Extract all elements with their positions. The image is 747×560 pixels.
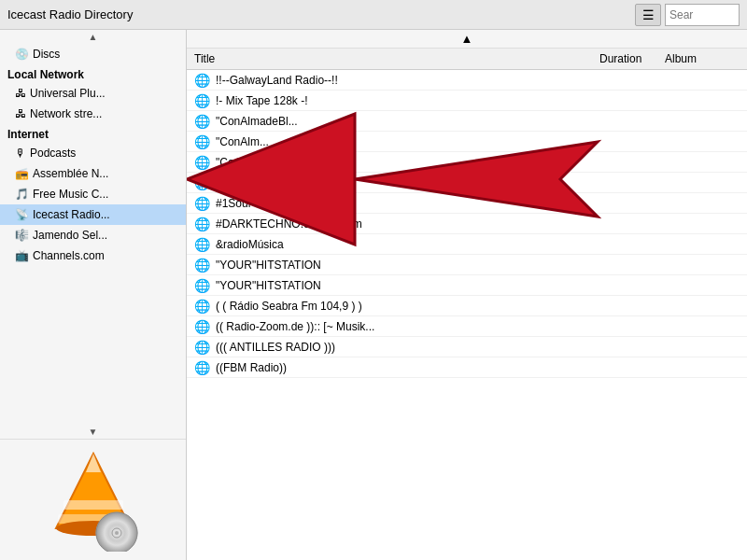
globe-icon: 🌐 — [194, 258, 210, 273]
list-item[interactable]: 🌐#1Soul... — [187, 173, 747, 193]
list-item[interactable]: 🌐((FBM Radio)) — [187, 357, 747, 378]
item-title: "Co... — [216, 156, 599, 169]
sidebar-item-icon: 🎼 — [15, 229, 29, 242]
globe-icon: 🌐 — [194, 360, 210, 375]
list-item[interactable]: 🌐!- Mix Tape 128k -! — [187, 91, 747, 111]
content-list: 🌐!!--GalwayLand Radio--!!🌐!- Mix Tape 12… — [187, 70, 747, 560]
sidebar-item-universal-plu[interactable]: 🖧Universal Plu... — [0, 83, 186, 104]
col-duration-header: Duration — [599, 52, 665, 65]
search-input[interactable] — [665, 4, 740, 26]
sidebar-item-jamendo-sel[interactable]: 🎼Jamendo Sel... — [0, 225, 186, 245]
item-title: "YOUR"HITSTATION — [216, 259, 599, 272]
sidebar-item-label: Universal Plu... — [30, 87, 106, 100]
globe-icon: 🌐 — [194, 114, 210, 129]
list-item[interactable]: 🌐(( Radio-Zoom.de )):: [~ Musik... — [187, 316, 747, 337]
item-title: "ConAlmadeBl... — [216, 115, 599, 128]
sidebar-item-label: Free Music C... — [33, 188, 108, 201]
item-title: (( Radio-Zoom.de )):: [~ Musik... — [216, 320, 599, 333]
sidebar-scroll-up[interactable]: ▲ — [0, 30, 186, 44]
sidebar-item-label: Assemblée N... — [33, 167, 108, 180]
vlc-logo-area — [0, 439, 186, 560]
vlc-logo — [37, 449, 149, 552]
item-title: !- Mix Tape 128k -! — [216, 94, 599, 107]
sidebar-item-discs[interactable]: 💿Discs — [0, 44, 186, 64]
item-title: "YOUR"HITSTATION — [216, 279, 599, 292]
sidebar-item-icon: 🖧 — [15, 107, 26, 120]
globe-icon: 🌐 — [194, 175, 210, 190]
sidebar-scroll: 💿DiscsLocal Network🖧Universal Plu...🖧Net… — [0, 44, 186, 425]
svg-point-8 — [115, 531, 119, 535]
menu-icon-button[interactable]: ☰ — [635, 4, 661, 26]
item-title: !!--GalwayLand Radio--!! — [216, 74, 599, 87]
sidebar-item-icon: 🎙 — [15, 147, 26, 160]
content-area: ▲ Title Duration Album 🌐!!--GalwayLand R… — [187, 30, 747, 560]
globe-icon: 🌐 — [194, 278, 210, 293]
globe-icon: 🌐 — [194, 93, 210, 108]
sidebar-section-local-network: Local Network — [0, 64, 186, 83]
list-item[interactable]: 🌐#1Soul — [187, 193, 747, 214]
sidebar-item-icon: 🖧 — [15, 87, 26, 100]
sidebar-item-label: Discs — [33, 48, 60, 61]
title-bar: Icecast Radio Directory ☰ — [0, 0, 747, 30]
globe-icon: 🌐 — [194, 134, 210, 149]
globe-icon: 🌐 — [194, 73, 210, 88]
globe-icon: 🌐 — [194, 155, 210, 170]
item-title: &radioMúsica — [216, 238, 599, 251]
sidebar-item-label: Channels.com — [33, 249, 105, 262]
sidebar-item-label: Jamendo Sel... — [33, 229, 107, 242]
main-container: ▲ 💿DiscsLocal Network🖧Universal Plu...🖧N… — [0, 30, 747, 560]
column-headers: Title Duration Album — [187, 49, 747, 70]
sidebar-item-icon: 💿 — [15, 48, 29, 61]
sidebar-item-podcasts[interactable]: 🎙Podcasts — [0, 143, 186, 163]
item-title: #1Soul — [216, 197, 599, 210]
item-title: ( ( Rádio Seabra Fm 104,9 ) ) — [216, 300, 599, 313]
svg-rect-2 — [63, 500, 123, 510]
list-item[interactable]: 🌐#DARKTECHNO.com stream — [187, 214, 747, 234]
sidebar-item-assemblée-n[interactable]: 📻Assemblée N... — [0, 163, 186, 184]
sidebar-item-channelscom[interactable]: 📺Channels.com — [0, 245, 186, 266]
sidebar-item-label: Icecast Radio... — [33, 208, 110, 221]
sidebar: ▲ 💿DiscsLocal Network🖧Universal Plu...🖧N… — [0, 30, 187, 560]
sidebar-item-network-stre[interactable]: 🖧Network stre... — [0, 104, 186, 124]
item-title: ((( ANTILLES RADIO ))) — [216, 341, 599, 354]
globe-icon: 🌐 — [194, 319, 210, 334]
sidebar-scroll-down[interactable]: ▼ — [0, 425, 186, 439]
item-title: #DARKTECHNO.com stream — [216, 217, 599, 231]
col-title-header: Title — [194, 52, 599, 65]
sidebar-item-icon: 📡 — [15, 208, 29, 221]
globe-icon: 🌐 — [194, 299, 210, 314]
sidebar-item-icon: 📻 — [15, 167, 29, 180]
sidebar-item-label: Podcasts — [30, 147, 76, 160]
title-bar-right: ☰ — [635, 4, 740, 26]
globe-icon: 🌐 — [194, 237, 210, 252]
list-item[interactable]: 🌐!!--GalwayLand Radio--!! — [187, 70, 747, 91]
globe-icon: 🌐 — [194, 196, 210, 211]
globe-icon: 🌐 — [194, 340, 210, 355]
item-title: "ConAlm... — [216, 135, 599, 148]
list-item[interactable]: 🌐"ConAlm... — [187, 132, 747, 152]
list-item[interactable]: 🌐"YOUR"HITSTATION — [187, 275, 747, 296]
content-scroll-top: ▲ — [187, 30, 747, 49]
window-title: Icecast Radio Directory — [7, 7, 133, 21]
sidebar-item-icon: 🎵 — [15, 188, 29, 201]
globe-icon: 🌐 — [194, 217, 210, 231]
sidebar-section-internet: Internet — [0, 124, 186, 143]
title-bar-left: Icecast Radio Directory — [7, 7, 133, 21]
list-item[interactable]: 🌐"YOUR"HITSTATION — [187, 255, 747, 275]
col-album-header: Album — [665, 52, 740, 65]
content-up-arrow[interactable]: ▲ — [461, 32, 473, 46]
list-item[interactable]: 🌐( ( Rádio Seabra Fm 104,9 ) ) — [187, 296, 747, 316]
list-item[interactable]: 🌐"Co... — [187, 152, 747, 173]
item-title: ((FBM Radio)) — [216, 361, 599, 374]
sidebar-item-icon: 📺 — [15, 249, 29, 262]
list-item[interactable]: 🌐"ConAlmadeBl... — [187, 111, 747, 132]
sidebar-item-icecast-radio[interactable]: 📡Icecast Radio... — [0, 204, 186, 225]
list-item[interactable]: 🌐&radioMúsica — [187, 234, 747, 255]
list-item[interactable]: 🌐((( ANTILLES RADIO ))) — [187, 337, 747, 357]
sidebar-item-label: Network stre... — [30, 107, 102, 120]
item-title: #1Soul... — [216, 176, 599, 189]
sidebar-item-free-music-c[interactable]: 🎵Free Music C... — [0, 184, 186, 204]
